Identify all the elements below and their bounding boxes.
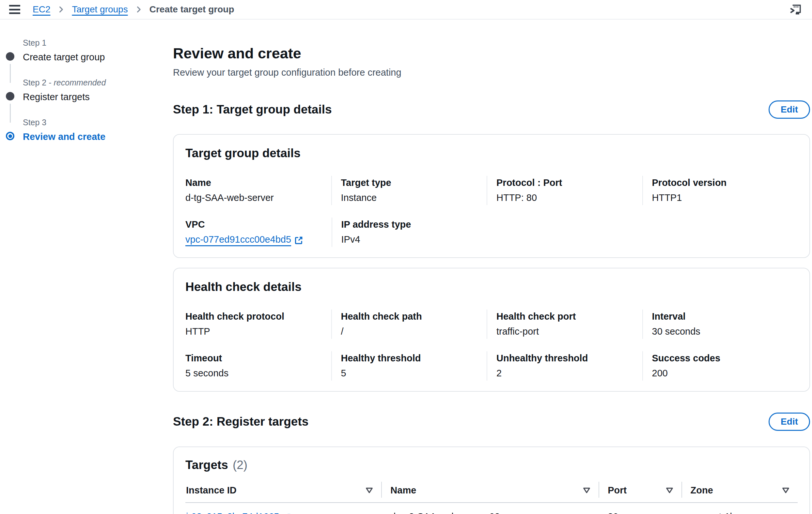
edit-step2-button[interactable]: Edit — [768, 413, 810, 431]
field-row: Health check protocol HTTP Health check … — [185, 309, 798, 339]
instance-name-cell: d-ec2-SAA-web-server-02 — [381, 503, 599, 514]
breadcrumb: EC2 Target groups Create target group — [33, 4, 234, 15]
page-title: Review and create — [173, 45, 810, 62]
card-title-health-check-details: Health check details — [185, 280, 798, 294]
breadcrumb-target-groups[interactable]: Target groups — [72, 4, 127, 15]
field-unhealthy-threshold: Unhealthy threshold 2 — [487, 351, 642, 381]
filter-triangle-icon[interactable] — [365, 486, 373, 494]
breadcrumb-current-page: Create target group — [149, 4, 234, 15]
column-header-port: Port — [599, 480, 681, 503]
hamburger-menu-icon[interactable] — [9, 5, 20, 14]
section-heading-step1: Step 1: Target group details — [173, 103, 332, 116]
field-protocol-port: Protocol : Port HTTP: 80 — [487, 176, 642, 205]
step-number-label: Step 3 — [23, 117, 149, 127]
cloudshell-icon[interactable] — [788, 3, 802, 16]
target-group-details-card: Target group details Name d-tg-SAA-web-s… — [173, 134, 810, 258]
field-healthy-threshold: Healthy threshold 5 — [331, 351, 487, 381]
column-header-instance-id: Instance ID — [185, 480, 381, 503]
wizard-steps-nav: Step 1 Create target group Step 2 - reco… — [6, 38, 149, 157]
field-health-check-port: Health check port traffic-port — [487, 309, 642, 339]
field-vpc: VPC vpc-077ed91ccc00e4bd5 — [185, 217, 331, 247]
top-navigation-bar: EC2 Target groups Create target group — [0, 0, 812, 20]
targets-title-row: Targets (2) — [185, 458, 798, 472]
step-circle-active-icon — [6, 132, 14, 140]
section-header-step1: Step 1: Target group details Edit — [173, 93, 810, 126]
targets-count-badge: (2) — [233, 458, 248, 472]
filter-triangle-icon[interactable] — [665, 486, 674, 494]
wizard-step-2: Step 2 - recommended Register targets — [6, 78, 149, 102]
card-title-target-group-details: Target group details — [185, 146, 798, 160]
step-title-review-and-create: Review and create — [23, 131, 149, 142]
filter-triangle-icon[interactable] — [782, 486, 790, 494]
field-protocol-version: Protocol version HTTP1 — [642, 176, 798, 205]
main-content: Review and create Review your target gro… — [173, 35, 810, 514]
field-health-check-path: Health check path / — [331, 309, 487, 339]
health-check-details-card: Health check details Health check protoc… — [173, 268, 810, 392]
empty-cell — [643, 217, 798, 247]
field-interval: Interval 30 seconds — [642, 309, 798, 339]
targets-card: Targets (2) Instance ID — [173, 447, 810, 514]
table-row: i-08c215c2bc74d1665 d-ec2-SAA-web-server… — [185, 503, 798, 514]
field-timeout: Timeout 5 seconds — [185, 351, 331, 381]
column-header-zone: Zone — [682, 480, 798, 503]
step-circle-icon — [6, 52, 14, 61]
breadcrumb-ec2[interactable]: EC2 — [33, 4, 50, 15]
field-row: VPC vpc-077ed91ccc00e4bd5 IP address typ… — [185, 217, 798, 247]
field-target-type: Target type Instance — [331, 176, 487, 205]
wizard-step-3-active: Step 3 Review and create — [6, 117, 149, 142]
vpc-link[interactable]: vpc-077ed91ccc00e4bd5 — [185, 234, 303, 245]
step-recommended-note: recommended — [54, 78, 106, 87]
filter-triangle-icon[interactable] — [583, 486, 591, 494]
port-cell: 80 — [599, 503, 681, 514]
table-header-row: Instance ID Name — [185, 480, 798, 503]
step-circle-icon — [6, 92, 14, 100]
targets-table: Instance ID Name — [185, 480, 798, 514]
field-ip-address-type: IP address type IPv4 — [331, 217, 488, 247]
chevron-right-icon — [57, 6, 65, 13]
chevron-right-icon — [135, 6, 142, 13]
field-row: Name d-tg-SAA-web-server Target type Ins… — [185, 176, 798, 205]
page-subtitle: Review your target group configuration b… — [173, 66, 810, 78]
step-number-label: Step 1 — [23, 38, 149, 48]
targets-card-title: Targets — [185, 458, 228, 472]
step-number-label: Step 2 - recommended — [23, 78, 149, 87]
section-heading-step2: Step 2: Register targets — [173, 415, 309, 428]
column-header-name: Name — [381, 480, 599, 503]
external-link-icon — [294, 236, 303, 245]
wizard-step-1: Step 1 Create target group — [6, 38, 149, 63]
edit-step1-button[interactable]: Edit — [768, 100, 810, 119]
field-name: Name d-tg-SAA-web-server — [185, 176, 331, 205]
field-success-codes: Success codes 200 — [642, 351, 798, 381]
instance-id-link[interactable]: i-08c215c2bc74d1665 — [186, 511, 291, 514]
section-header-step2: Step 2: Register targets Edit — [173, 405, 810, 439]
empty-cell — [487, 217, 643, 247]
zone-cell: us-east-1b — [682, 503, 798, 514]
step-title-register-targets[interactable]: Register targets — [23, 91, 149, 102]
field-health-check-protocol: Health check protocol HTTP — [185, 309, 331, 339]
field-row: Timeout 5 seconds Healthy threshold 5 Un… — [185, 351, 798, 381]
step-title-create-target-group[interactable]: Create target group — [23, 52, 149, 63]
